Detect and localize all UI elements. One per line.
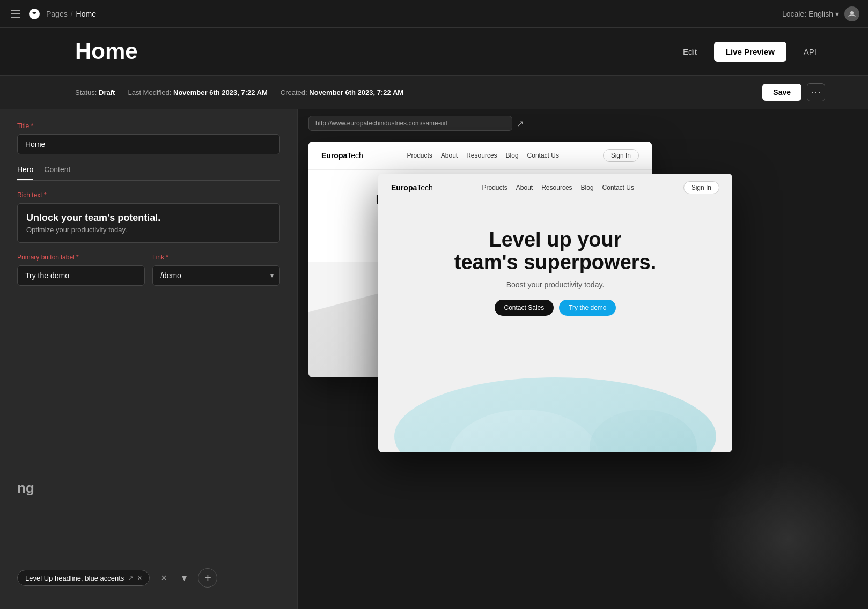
status-bar-actions: Save ⋯ xyxy=(762,83,825,101)
preview-back-signin[interactable]: Sign In xyxy=(603,149,639,162)
status-field: Status: Draft xyxy=(75,88,115,96)
variant-bar: Level Up headline, blue accents ↗ × × ▾ … xyxy=(17,568,217,588)
created-field: Created: November 6th 2023, 7:22 AM xyxy=(281,88,403,96)
breadcrumb-home[interactable]: Home xyxy=(76,10,96,18)
button-link-fields: Primary button label * Link * /demo xyxy=(17,254,280,286)
locale-selector[interactable]: Locale: English ▾ xyxy=(782,10,839,18)
right-panel: ↗ EuropaTech Products About Resources Bl… xyxy=(298,109,868,609)
last-modified-value: November 6th 2023, 7:22 AM xyxy=(173,88,268,96)
preview-back-nav: EuropaTech Products About Resources Blog… xyxy=(308,142,652,170)
primary-button-label-field: Primary button label * xyxy=(17,254,145,286)
avatar[interactable] xyxy=(844,6,859,21)
variant-chip-label: Level Up headline, blue accents xyxy=(25,574,124,582)
preview-front-hero-title: Level up your team's superpowers. xyxy=(391,229,719,274)
last-modified-field: Last Modified: November 6th 2023, 7:22 A… xyxy=(128,88,267,96)
preview-url-input[interactable] xyxy=(308,116,512,131)
locale-chevron-icon: ▾ xyxy=(835,10,839,18)
preview-front-nav: EuropaTech Products About Resources Blog… xyxy=(378,174,732,202)
preview-front-hero: Level up your team's superpowers. Boost … xyxy=(378,202,732,326)
link-select-wrapper: /demo xyxy=(152,265,280,286)
title-field-label: Title * xyxy=(17,122,280,130)
nav-right: Locale: English ▾ xyxy=(782,6,859,21)
svg-point-1 xyxy=(850,11,854,14)
tab-content[interactable]: Content xyxy=(44,165,70,180)
breadcrumb: Pages / Home xyxy=(46,10,96,18)
created-label: Created: xyxy=(281,88,307,96)
rich-text-sub: Optimize your productivity today. xyxy=(26,226,271,234)
variant-chevron-button[interactable]: ▾ xyxy=(175,569,193,586)
link-field: Link * /demo xyxy=(152,254,280,286)
preview-front-hero-sub: Boost your productivity today. xyxy=(391,280,719,289)
noise-decoration xyxy=(707,459,868,609)
primary-button-label-input[interactable] xyxy=(17,265,145,286)
tab-hero[interactable]: Hero xyxy=(17,165,33,180)
preview-back-nav-links: Products About Resources Blog Contact Us xyxy=(407,152,558,159)
preview-back-logo: EuropaTech xyxy=(321,151,363,160)
rich-text-label: Rich text * xyxy=(17,191,280,199)
main-content: Title * Hero Content Rich text * Unlock … xyxy=(0,109,868,609)
variant-add-button[interactable]: + xyxy=(198,568,217,588)
link-select[interactable]: /demo xyxy=(152,265,280,286)
locale-label: Locale: xyxy=(782,10,806,18)
variant-chip[interactable]: Level Up headline, blue accents ↗ × xyxy=(17,570,150,586)
rich-text-heading: Unlock your team's potential. xyxy=(26,212,271,224)
live-preview-button[interactable]: Live Preview xyxy=(714,42,786,62)
breadcrumb-pages[interactable]: Pages xyxy=(46,10,68,18)
title-input[interactable] xyxy=(17,134,280,154)
top-navigation: Pages / Home Locale: English ▾ xyxy=(0,0,868,28)
front-card-decoration xyxy=(378,313,732,452)
status-bar: Status: Draft Last Modified: November 6t… xyxy=(0,76,868,109)
breadcrumb-sep-1: / xyxy=(71,10,73,18)
edit-button[interactable]: Edit xyxy=(674,43,705,61)
rich-text-preview[interactable]: Unlock your team's potential. Optimize y… xyxy=(17,203,280,243)
more-options-button[interactable]: ⋯ xyxy=(807,83,825,101)
variant-collapse-button[interactable]: × xyxy=(155,569,172,586)
menu-icon[interactable] xyxy=(9,8,23,20)
last-modified-label: Last Modified: xyxy=(128,88,171,96)
variant-close-icon[interactable]: × xyxy=(137,574,142,582)
page-header: Home Edit Live Preview API xyxy=(0,28,868,76)
api-button[interactable]: API xyxy=(795,43,825,61)
preview-open-button[interactable]: ↗ xyxy=(517,118,524,129)
external-link-icon: ↗ xyxy=(128,575,133,582)
status-label: Status: xyxy=(75,88,97,96)
page-title: Home xyxy=(75,39,138,64)
status-value: Draft xyxy=(99,88,115,96)
preview-front-signin[interactable]: Sign In xyxy=(683,181,719,194)
nav-left: Pages / Home xyxy=(9,8,96,20)
tabs: Hero Content xyxy=(17,165,280,181)
preview-front-logo: EuropaTech xyxy=(391,183,433,192)
logo-icon xyxy=(28,8,41,20)
created-value: November 6th 2023, 7:22 AM xyxy=(309,88,403,96)
preview-front-nav-links: Products About Resources Blog Contact Us xyxy=(482,184,634,191)
left-panel: Title * Hero Content Rich text * Unlock … xyxy=(0,109,298,609)
overlay-partial-text: ng xyxy=(0,480,52,496)
save-button[interactable]: Save xyxy=(762,84,801,101)
header-actions: Edit Live Preview API xyxy=(674,42,825,62)
preview-card-front: EuropaTech Products About Resources Blog… xyxy=(378,174,732,452)
preview-url-bar: ↗ xyxy=(298,109,868,137)
locale-value: English xyxy=(808,10,833,18)
variant-controls: × ▾ xyxy=(155,569,193,586)
